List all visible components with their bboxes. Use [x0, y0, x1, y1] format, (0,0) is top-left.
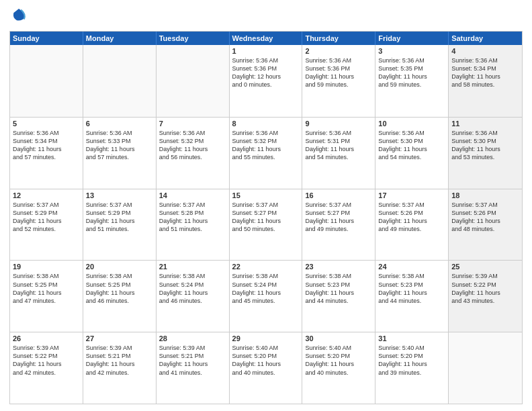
- header-day-monday: Monday: [83, 32, 157, 45]
- calendar-cell: [10, 45, 83, 117]
- day-info: Sunrise: 5:39 AM Sunset: 5:22 PM Dayligh…: [451, 272, 519, 305]
- day-number: 4: [451, 47, 519, 55]
- calendar-cell: 19Sunrise: 5:38 AM Sunset: 5:25 PM Dayli…: [10, 261, 83, 332]
- day-info: Sunrise: 5:38 AM Sunset: 5:23 PM Dayligh…: [305, 272, 372, 305]
- header-day-sunday: Sunday: [10, 32, 83, 45]
- day-number: 18: [451, 191, 519, 199]
- day-number: 1: [232, 47, 300, 55]
- calendar-cell: 15Sunrise: 5:37 AM Sunset: 5:27 PM Dayli…: [230, 189, 303, 261]
- day-number: 7: [159, 120, 226, 128]
- day-info: Sunrise: 5:36 AM Sunset: 5:33 PM Dayligh…: [86, 129, 153, 162]
- calendar-header: SundayMondayTuesdayWednesdayThursdayFrid…: [10, 32, 522, 45]
- header-day-thursday: Thursday: [302, 32, 375, 45]
- calendar-cell: 14Sunrise: 5:37 AM Sunset: 5:28 PM Dayli…: [157, 189, 230, 261]
- day-number: 30: [305, 334, 372, 342]
- header-day-saturday: Saturday: [449, 32, 522, 45]
- day-number: 21: [159, 263, 226, 271]
- day-info: Sunrise: 5:40 AM Sunset: 5:20 PM Dayligh…: [378, 344, 445, 377]
- calendar: SundayMondayTuesdayWednesdayThursdayFrid…: [9, 31, 523, 404]
- calendar-cell: 4Sunrise: 5:36 AM Sunset: 5:34 PM Daylig…: [449, 45, 522, 117]
- day-info: Sunrise: 5:36 AM Sunset: 5:34 PM Dayligh…: [13, 129, 80, 162]
- calendar-cell: 22Sunrise: 5:38 AM Sunset: 5:24 PM Dayli…: [230, 261, 303, 332]
- calendar-row-3: 12Sunrise: 5:37 AM Sunset: 5:29 PM Dayli…: [10, 189, 522, 261]
- day-number: 20: [86, 263, 153, 271]
- calendar-body: 1Sunrise: 5:36 AM Sunset: 5:36 PM Daylig…: [10, 45, 522, 404]
- day-info: Sunrise: 5:38 AM Sunset: 5:24 PM Dayligh…: [232, 272, 300, 305]
- day-number: 10: [378, 120, 445, 128]
- day-info: Sunrise: 5:38 AM Sunset: 5:25 PM Dayligh…: [13, 272, 80, 305]
- page: SundayMondayTuesdayWednesdayThursdayFrid…: [0, 0, 532, 411]
- calendar-cell: 31Sunrise: 5:40 AM Sunset: 5:20 PM Dayli…: [375, 332, 449, 404]
- day-number: 24: [378, 263, 445, 271]
- day-info: Sunrise: 5:39 AM Sunset: 5:21 PM Dayligh…: [86, 344, 153, 377]
- day-info: Sunrise: 5:39 AM Sunset: 5:22 PM Dayligh…: [13, 344, 80, 377]
- day-info: Sunrise: 5:36 AM Sunset: 5:32 PM Dayligh…: [159, 129, 226, 162]
- calendar-cell: 20Sunrise: 5:38 AM Sunset: 5:25 PM Dayli…: [83, 261, 157, 332]
- day-info: Sunrise: 5:40 AM Sunset: 5:20 PM Dayligh…: [232, 344, 300, 377]
- calendar-cell: 30Sunrise: 5:40 AM Sunset: 5:20 PM Dayli…: [302, 332, 375, 404]
- calendar-cell: [449, 332, 522, 404]
- day-number: 8: [232, 120, 300, 128]
- calendar-cell: 10Sunrise: 5:36 AM Sunset: 5:30 PM Dayli…: [375, 118, 449, 189]
- day-number: 31: [378, 334, 445, 342]
- day-info: Sunrise: 5:36 AM Sunset: 5:32 PM Dayligh…: [232, 129, 300, 162]
- day-number: 6: [86, 120, 153, 128]
- day-info: Sunrise: 5:37 AM Sunset: 5:27 PM Dayligh…: [232, 201, 300, 234]
- header: [9, 7, 523, 26]
- calendar-cell: 8Sunrise: 5:36 AM Sunset: 5:32 PM Daylig…: [230, 118, 303, 189]
- calendar-cell: 3Sunrise: 5:36 AM Sunset: 5:35 PM Daylig…: [375, 45, 449, 117]
- calendar-cell: 13Sunrise: 5:37 AM Sunset: 5:29 PM Dayli…: [83, 189, 157, 261]
- calendar-cell: 21Sunrise: 5:38 AM Sunset: 5:24 PM Dayli…: [157, 261, 230, 332]
- calendar-cell: 28Sunrise: 5:39 AM Sunset: 5:21 PM Dayli…: [157, 332, 230, 404]
- calendar-cell: 29Sunrise: 5:40 AM Sunset: 5:20 PM Dayli…: [230, 332, 303, 404]
- day-info: Sunrise: 5:36 AM Sunset: 5:30 PM Dayligh…: [451, 129, 519, 162]
- calendar-cell: 27Sunrise: 5:39 AM Sunset: 5:21 PM Dayli…: [83, 332, 157, 404]
- calendar-cell: 9Sunrise: 5:36 AM Sunset: 5:31 PM Daylig…: [302, 118, 375, 189]
- day-info: Sunrise: 5:37 AM Sunset: 5:29 PM Dayligh…: [86, 201, 153, 234]
- day-number: 12: [13, 191, 80, 199]
- logo: [9, 7, 31, 26]
- day-number: 11: [451, 120, 519, 128]
- calendar-cell: 25Sunrise: 5:39 AM Sunset: 5:22 PM Dayli…: [449, 261, 522, 332]
- day-info: Sunrise: 5:36 AM Sunset: 5:30 PM Dayligh…: [378, 129, 445, 162]
- calendar-cell: 17Sunrise: 5:37 AM Sunset: 5:26 PM Dayli…: [375, 189, 449, 261]
- day-info: Sunrise: 5:39 AM Sunset: 5:21 PM Dayligh…: [159, 344, 226, 377]
- calendar-row-5: 26Sunrise: 5:39 AM Sunset: 5:22 PM Dayli…: [10, 332, 522, 404]
- day-info: Sunrise: 5:38 AM Sunset: 5:23 PM Dayligh…: [378, 272, 445, 305]
- calendar-cell: 23Sunrise: 5:38 AM Sunset: 5:23 PM Dayli…: [302, 261, 375, 332]
- day-info: Sunrise: 5:38 AM Sunset: 5:24 PM Dayligh…: [159, 272, 226, 305]
- calendar-cell: 26Sunrise: 5:39 AM Sunset: 5:22 PM Dayli…: [10, 332, 83, 404]
- day-number: 29: [232, 334, 300, 342]
- header-day-wednesday: Wednesday: [230, 32, 303, 45]
- header-day-friday: Friday: [375, 32, 449, 45]
- day-info: Sunrise: 5:36 AM Sunset: 5:34 PM Dayligh…: [451, 56, 519, 89]
- day-number: 17: [378, 191, 445, 199]
- day-number: 16: [305, 191, 372, 199]
- calendar-row-1: 1Sunrise: 5:36 AM Sunset: 5:36 PM Daylig…: [10, 45, 522, 117]
- day-info: Sunrise: 5:36 AM Sunset: 5:36 PM Dayligh…: [305, 56, 372, 89]
- day-info: Sunrise: 5:37 AM Sunset: 5:26 PM Dayligh…: [451, 201, 519, 234]
- day-number: 19: [13, 263, 80, 271]
- day-number: 13: [86, 191, 153, 199]
- calendar-cell: [83, 45, 157, 117]
- calendar-cell: 18Sunrise: 5:37 AM Sunset: 5:26 PM Dayli…: [449, 189, 522, 261]
- calendar-cell: 6Sunrise: 5:36 AM Sunset: 5:33 PM Daylig…: [83, 118, 157, 189]
- day-number: 15: [232, 191, 300, 199]
- calendar-row-4: 19Sunrise: 5:38 AM Sunset: 5:25 PM Dayli…: [10, 260, 522, 332]
- day-number: 9: [305, 120, 372, 128]
- day-number: 3: [378, 47, 445, 55]
- header-day-tuesday: Tuesday: [157, 32, 230, 45]
- calendar-cell: 12Sunrise: 5:37 AM Sunset: 5:29 PM Dayli…: [10, 189, 83, 261]
- day-info: Sunrise: 5:40 AM Sunset: 5:20 PM Dayligh…: [305, 344, 372, 377]
- day-number: 28: [159, 334, 226, 342]
- day-number: 5: [13, 120, 80, 128]
- calendar-cell: 5Sunrise: 5:36 AM Sunset: 5:34 PM Daylig…: [10, 118, 83, 189]
- calendar-cell: 24Sunrise: 5:38 AM Sunset: 5:23 PM Dayli…: [375, 261, 449, 332]
- day-info: Sunrise: 5:36 AM Sunset: 5:36 PM Dayligh…: [232, 56, 300, 89]
- calendar-cell: [157, 45, 230, 117]
- day-info: Sunrise: 5:37 AM Sunset: 5:29 PM Dayligh…: [13, 201, 80, 234]
- day-info: Sunrise: 5:36 AM Sunset: 5:31 PM Dayligh…: [305, 129, 372, 162]
- calendar-cell: 2Sunrise: 5:36 AM Sunset: 5:36 PM Daylig…: [302, 45, 375, 117]
- day-number: 26: [13, 334, 80, 342]
- calendar-cell: 7Sunrise: 5:36 AM Sunset: 5:32 PM Daylig…: [157, 118, 230, 189]
